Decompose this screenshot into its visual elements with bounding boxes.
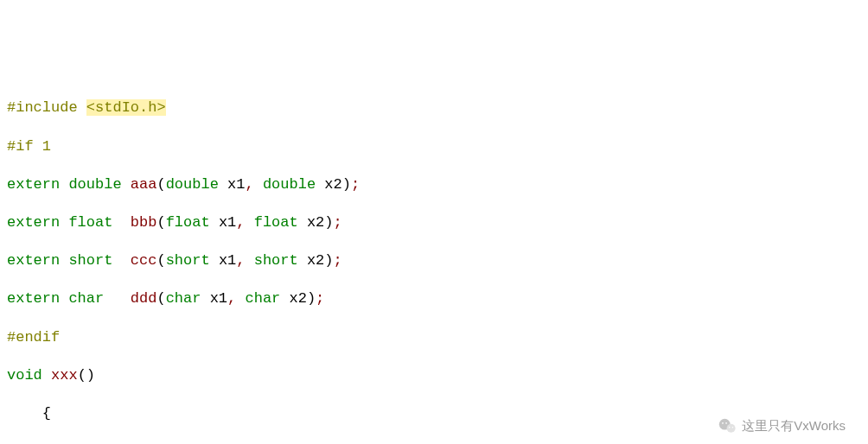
code-line-endif: #endif	[7, 328, 861, 347]
r-paren: )	[342, 176, 351, 193]
fn-ddd: ddd	[131, 290, 157, 307]
comma: ,	[236, 214, 253, 231]
l-paren: (	[156, 214, 165, 231]
code-line-extern-aaa: extern double aaa(double x1, double x2);	[7, 175, 861, 194]
r-paren: )	[324, 214, 333, 231]
kw-extern: extern	[7, 252, 60, 269]
code-line-extern-ccc: extern short ccc(short x1, short x2);	[7, 251, 861, 270]
semi: ;	[351, 176, 360, 193]
kw-double: double	[68, 176, 121, 193]
kw-char: char	[68, 290, 104, 307]
l-paren: (	[156, 252, 165, 269]
code-line-lbrace: {	[7, 404, 861, 423]
kw-extern: extern	[7, 176, 60, 193]
comma: ,	[236, 252, 253, 269]
id-x2: x2	[307, 214, 324, 231]
if-cond: 1	[42, 138, 51, 155]
fn-aaa: aaa	[131, 176, 157, 193]
fn-bbb: bbb	[131, 214, 157, 231]
id-x2: x2	[307, 252, 324, 269]
r-paren: )	[307, 290, 316, 307]
code-block: #include <stdIo.h> #if 1 extern double a…	[7, 79, 861, 444]
id-x2: x2	[324, 176, 341, 193]
kw-float-p2: float	[254, 214, 298, 231]
semi: ;	[334, 252, 342, 269]
preproc-if: #if	[7, 138, 34, 155]
code-line-extern-ddd: extern char ddd(char x1, char x2);	[7, 289, 861, 308]
id-x1: x1	[219, 252, 236, 269]
kw-float-p1: float	[166, 214, 210, 231]
kw-double-p1: double	[166, 176, 219, 193]
comma: ,	[227, 290, 245, 307]
r-paren: )	[324, 252, 333, 269]
kw-short-p1: short	[166, 252, 210, 269]
l-paren: (	[156, 176, 165, 193]
preproc-endif: #endif	[7, 329, 60, 346]
kw-extern: extern	[7, 214, 60, 231]
semi: ;	[316, 290, 324, 307]
l-paren: (	[156, 290, 165, 307]
kw-char-p1: char	[166, 290, 201, 307]
kw-double-p2: double	[263, 176, 316, 193]
kw-short: short	[68, 252, 112, 269]
l-brace: {	[42, 405, 51, 422]
fn-ccc: ccc	[131, 252, 157, 269]
l-paren: (	[78, 367, 86, 384]
code-line-if: #if 1	[7, 137, 861, 156]
id-x2: x2	[290, 290, 307, 307]
id-x1: x1	[210, 290, 227, 307]
code-line-extern-bbb: extern float bbb(float x1, float x2);	[7, 213, 861, 232]
kw-float: float	[68, 214, 112, 231]
id-x1: x1	[219, 214, 236, 231]
fn-xxx: xxx	[51, 367, 78, 384]
semi: ;	[334, 214, 342, 231]
code-line-func-decl: void xxx()	[7, 366, 861, 385]
kw-extern: extern	[7, 290, 60, 307]
preproc-include: #include	[7, 99, 78, 116]
comma: ,	[245, 176, 262, 193]
kw-char-p2: char	[245, 290, 280, 307]
kw-void: void	[7, 367, 42, 384]
include-header: <stdIo.h>	[86, 99, 166, 116]
r-paren: )	[86, 367, 95, 384]
id-x1: x1	[227, 176, 245, 193]
kw-short-p2: short	[254, 252, 298, 269]
code-line-include: #include <stdIo.h>	[7, 98, 861, 117]
